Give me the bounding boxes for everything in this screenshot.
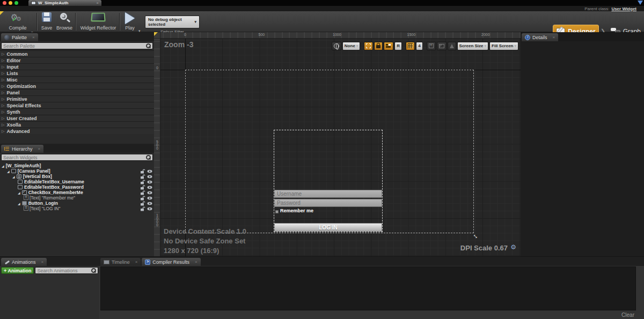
unlock-icon[interactable]	[140, 206, 145, 211]
debug-object-dropdown[interactable]: No debug object selected ▾	[145, 16, 200, 28]
save-button[interactable]: Save	[39, 12, 55, 31]
expander-arrow-icon[interactable]: ▷	[2, 65, 4, 69]
username-textbox-preview[interactable]: Username	[274, 190, 382, 198]
palette-category-lists[interactable]: ▷Lists	[0, 70, 154, 76]
palette-category-editor[interactable]: ▷Editor	[0, 57, 154, 63]
tab-timeline[interactable]: Timeline ×	[100, 258, 141, 266]
unlock-icon[interactable]	[140, 201, 145, 206]
expander-arrow-icon[interactable]: ▷	[2, 58, 4, 63]
palette-category-xsolla[interactable]: ▷Xsolla	[0, 121, 154, 128]
visibility-eye-icon[interactable]	[147, 169, 152, 174]
tab-compiler-results[interactable]: Compiler Results ×	[142, 258, 200, 266]
hierarchy-row-canvaspanel[interactable]: ◢[Canvas Panel]	[0, 168, 154, 174]
unlock-icon[interactable]	[140, 180, 145, 184]
rotation-mode-button[interactable]: R	[394, 42, 402, 50]
clear-button[interactable]: Clear	[621, 312, 634, 318]
tab-close-icon[interactable]: ×	[135, 259, 138, 264]
unlock-icon[interactable]	[140, 190, 145, 195]
expander-arrow-icon[interactable]: ▷	[2, 103, 4, 108]
expander-arrow-icon[interactable]: ◢	[2, 164, 4, 168]
hierarchy-row-verticalbox[interactable]: ◢[Vertical Box]	[0, 174, 154, 179]
tab-details[interactable]: Details ×	[522, 33, 558, 41]
expander-arrow-icon[interactable]: ▷	[2, 110, 4, 114]
localization-preview-button[interactable]	[332, 42, 341, 50]
tab-close-icon[interactable]: ×	[553, 35, 555, 40]
palette-category-special-effects[interactable]: ▷Special Effects	[0, 102, 154, 108]
expander-arrow-icon[interactable]: ◢	[18, 202, 20, 205]
visibility-eye-icon[interactable]	[147, 206, 152, 211]
visibility-eye-icon[interactable]	[147, 174, 152, 179]
expander-arrow-icon[interactable]: ▷	[2, 91, 4, 95]
visibility-eye-icon[interactable]	[147, 201, 152, 206]
visibility-eye-icon[interactable]	[147, 190, 152, 195]
palette-category-optimization[interactable]: ▷Optimization	[0, 83, 154, 89]
expander-arrow-icon[interactable]: ▷	[2, 123, 4, 127]
tab-close-icon[interactable]: ×	[195, 259, 197, 264]
palette-category-input[interactable]: ▷Input	[0, 63, 154, 70]
unlock-icon[interactable]	[140, 169, 145, 174]
vertical-box-selection-outline[interactable]	[274, 130, 383, 232]
expander-arrow-icon[interactable]: ▷	[2, 84, 4, 88]
expander-arrow-icon[interactable]: ◢	[7, 169, 10, 173]
visibility-eye-icon[interactable]	[147, 180, 152, 184]
remember-me-checkbox-preview[interactable]	[275, 210, 279, 213]
hierarchy-row-editabletextbox_username[interactable]: EditableTextBox_Username	[0, 179, 154, 184]
browse-button[interactable]: Browse	[55, 12, 74, 31]
preview-background-button[interactable]	[437, 42, 447, 50]
grid-snap-toggle-button[interactable]	[406, 42, 415, 50]
palette-category-primitive[interactable]: ▷Primitive	[0, 95, 154, 102]
expander-arrow-icon[interactable]: ▷	[2, 78, 4, 82]
window-zoom-button[interactable]	[14, 1, 18, 5]
parent-class-link[interactable]: User Widget	[611, 6, 636, 11]
respect-locks-button[interactable]	[384, 42, 393, 50]
hierarchy-row-editabletextbox_password[interactable]: EditableTextBox_Password	[0, 184, 154, 190]
visibility-eye-icon[interactable]	[147, 185, 152, 190]
lock-widgets-button[interactable]	[374, 42, 383, 50]
hierarchy-row-w_simpleauth[interactable]: ◢[W_SimpleAuth]	[0, 163, 154, 168]
hierarchy-row-textlogin[interactable]: [Text] "LOG IN"	[0, 206, 154, 211]
unlock-icon[interactable]	[140, 196, 145, 201]
expander-arrow-icon[interactable]: ▷	[2, 71, 4, 76]
palette-category-common[interactable]: ▷Common	[0, 50, 154, 57]
outline-toggle-button[interactable]	[364, 42, 373, 50]
tab-close-icon[interactable]: ×	[38, 146, 41, 151]
expander-arrow-icon[interactable]: ▷	[2, 52, 4, 56]
expander-arrow-icon[interactable]: ▷	[2, 116, 4, 121]
window-minimize-button[interactable]	[9, 1, 12, 5]
tab-close-icon[interactable]: ×	[41, 259, 44, 264]
play-button[interactable]: Play	[122, 12, 137, 31]
design-canvas[interactable]: Zoom -3 None▾ R 4 Screen Size▾ Fill Scre…	[160, 39, 521, 256]
palette-category-misc[interactable]: ▷Misc	[0, 76, 154, 83]
unlock-icon[interactable]	[140, 185, 145, 190]
window-close-button[interactable]	[3, 1, 6, 5]
hierarchy-search-input[interactable]: Search Widgets	[1, 154, 153, 161]
zoom-to-fit-button[interactable]	[427, 42, 436, 50]
tab-palette[interactable]: Palette ×	[1, 33, 38, 41]
password-textbox-preview[interactable]: Password	[274, 199, 382, 207]
palette-category-advanced[interactable]: ▷Advanced	[0, 128, 154, 134]
flip-preview-button[interactable]	[448, 42, 456, 50]
palette-category-user-created[interactable]: ▷User Created	[0, 115, 154, 121]
expander-arrow-icon[interactable]: ▷	[2, 97, 4, 101]
palette-search-input[interactable]: Search Palette	[1, 42, 153, 49]
hierarchy-row-textrememberme[interactable]: [Text] "Remember me"	[0, 195, 154, 201]
localization-dropdown[interactable]: None▾	[342, 42, 361, 50]
add-animation-button[interactable]: + Animation	[1, 267, 34, 274]
palette-category-panel[interactable]: ▷Panel	[0, 89, 154, 95]
unlock-icon[interactable]	[140, 174, 145, 179]
grid-snap-size-dropdown[interactable]: 4	[416, 42, 422, 50]
dpi-settings-gear-icon[interactable]: ⚙	[510, 243, 516, 251]
expander-arrow-icon[interactable]: ▷	[2, 129, 4, 133]
tab-animations[interactable]: Animations ×	[1, 258, 47, 266]
fill-screen-dropdown[interactable]: Fill Screen▾	[489, 42, 518, 50]
asset-tab[interactable]: W_SimpleAuth ×	[28, 0, 101, 6]
login-button-preview[interactable]: LOG IN	[274, 223, 382, 232]
visibility-eye-icon[interactable]	[147, 196, 152, 201]
animations-search-input[interactable]: Search Animations	[35, 267, 98, 274]
tab-close-icon[interactable]: ×	[32, 35, 35, 40]
expander-arrow-icon[interactable]: ◢	[18, 191, 20, 195]
tab-hierarchy[interactable]: Hierarchy ×	[1, 145, 43, 153]
palette-category-synth[interactable]: ▷Synth	[0, 108, 154, 115]
compile-button[interactable]: ⚙⚙✓ Compile	[4, 12, 31, 31]
tab-close-icon[interactable]: ×	[96, 1, 99, 5]
